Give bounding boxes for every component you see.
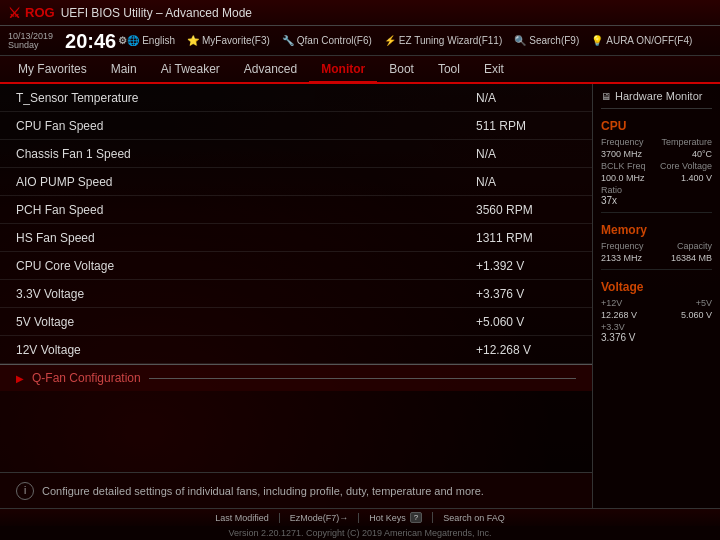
nav-ai-tweaker[interactable]: Ai Tweaker [149,56,232,84]
monitor-table: T_Sensor Temperature N/A CPU Fan Speed 5… [0,84,592,472]
info-bar: 10/13/2019 Sunday 20:46 ⚙ 🌐 English ⭐ My… [0,26,720,56]
content-area: T_Sensor Temperature N/A CPU Fan Speed 5… [0,84,720,508]
nav-main[interactable]: Main [99,56,149,84]
table-row[interactable]: T_Sensor Temperature N/A [0,84,592,112]
my-favorite-label: MyFavorite(F3) [202,35,270,46]
table-row[interactable]: AIO PUMP Speed N/A [0,168,592,196]
date-bottom: Sunday [8,41,53,50]
row-label: CPU Fan Speed [16,119,476,133]
hw-bclk-label: BCLK Freq [601,161,646,171]
ez-tuning-label: EZ Tuning Wizard(F11) [399,35,502,46]
hw-bclk-value-row: 100.0 MHz 1.400 V [601,173,712,183]
bios-title: UEFI BIOS Utility – Advanced Mode [61,6,252,20]
row-value: 3560 RPM [476,203,576,217]
table-row[interactable]: PCH Fan Speed 3560 RPM [0,196,592,224]
star-icon: ⭐ [187,35,199,46]
qfan-configuration[interactable]: ▶ Q-Fan Configuration [0,364,592,391]
hw-cpu-temp-value: 40°C [692,149,712,159]
globe-icon: 🌐 [127,35,139,46]
hw-cpu-freq-value: 3700 MHz [601,149,642,159]
row-label: 12V Voltage [16,343,476,357]
search-faq-button[interactable]: Search on FAQ [433,513,515,523]
table-row[interactable]: 5V Voltage +5.060 V [0,308,592,336]
hw-v5-value: 5.060 V [681,310,712,320]
status-items: Last Modified EzMode(F7)→ Hot Keys ? Sea… [205,512,515,523]
my-favorite-button[interactable]: ⭐ MyFavorite(F3) [187,35,270,46]
hw-mem-freq-row: Frequency Capacity [601,241,712,251]
row-value: N/A [476,91,576,105]
ez-tuning-button[interactable]: ⚡ EZ Tuning Wizard(F11) [384,35,502,46]
hw-ratio-value: 37x [601,195,712,206]
row-value: +1.392 V [476,259,576,273]
table-row[interactable]: Chassis Fan 1 Speed N/A [0,140,592,168]
hw-v33-value: 3.376 V [601,332,712,343]
language-selector[interactable]: 🌐 English [127,35,175,46]
hw-cpu-freq-value-row: 3700 MHz 40°C [601,149,712,159]
table-row[interactable]: CPU Core Voltage +1.392 V [0,252,592,280]
info-description: Configure detailed settings of individua… [42,485,484,497]
row-value: +3.376 V [476,287,576,301]
hot-keys-item[interactable]: Hot Keys ? [359,512,433,523]
nav-monitor[interactable]: Monitor [309,56,377,84]
hw-voltage-title: Voltage [601,280,712,294]
hardware-monitor-panel: 🖥 Hardware Monitor CPU Frequency Tempera… [592,84,720,508]
row-label: HS Fan Speed [16,231,476,245]
search-faq-label: Search on FAQ [443,513,505,523]
row-value: +5.060 V [476,315,576,329]
fan-icon: 🔧 [282,35,294,46]
search-label: Search(F9) [529,35,579,46]
hw-mem-values-row: 2133 MHz 16384 MB [601,253,712,263]
hw-cpu-freq-label: Frequency [601,137,644,147]
row-label: PCH Fan Speed [16,203,476,217]
ezmode-button[interactable]: EzMode(F7)→ [280,513,360,523]
nav-my-favorites[interactable]: My Favorites [6,56,99,84]
nav-advanced[interactable]: Advanced [232,56,309,84]
table-row[interactable]: 3.3V Voltage +3.376 V [0,280,592,308]
hw-mem-freq-label: Frequency [601,241,644,251]
aura-icon: 💡 [591,35,603,46]
table-row[interactable]: CPU Fan Speed 511 RPM [0,112,592,140]
row-label: AIO PUMP Speed [16,175,476,189]
hw-memory-title: Memory [601,223,712,237]
row-value: 1311 RPM [476,231,576,245]
nav-bar: My Favorites Main Ai Tweaker Advanced Mo… [0,56,720,84]
row-value: N/A [476,175,576,189]
qfan-expand-icon: ▶ [16,373,24,384]
hw-mem-cap-value: 16384 MB [671,253,712,263]
nav-tool[interactable]: Tool [426,56,472,84]
hw-mem-cap-label: Capacity [677,241,712,251]
nav-exit[interactable]: Exit [472,56,516,84]
hw-divider-2 [601,269,712,270]
table-row[interactable]: HS Fan Speed 1311 RPM [0,224,592,252]
last-modified-label: Last Modified [215,513,269,523]
title-bar: ⚔ ROG UEFI BIOS Utility – Advanced Mode [0,0,720,26]
aura-button[interactable]: 💡 AURA ON/OFF(F4) [591,35,692,46]
main-panel: T_Sensor Temperature N/A CPU Fan Speed 5… [0,84,592,508]
search-button[interactable]: 🔍 Search(F9) [514,35,579,46]
hw-v12-value-row: 12.268 V 5.060 V [601,310,712,320]
row-value: +12.268 V [476,343,576,357]
hw-cpu-title: CPU [601,119,712,133]
hw-v12-value: 12.268 V [601,310,637,320]
hw-title-text: Hardware Monitor [615,90,702,102]
time-display: 20:46 ⚙ [65,31,127,51]
hw-v12-row: +12V +5V [601,298,712,308]
search-icon: 🔍 [514,35,526,46]
info-footer: i Configure detailed settings of individ… [0,472,592,508]
time-value: 20:46 [65,31,116,51]
row-value: 511 RPM [476,119,576,133]
table-row[interactable]: 12V Voltage +12.268 V [0,336,592,364]
hardware-monitor-title: 🖥 Hardware Monitor [601,88,712,109]
hw-v12-label: +12V [601,298,622,308]
hw-bclk-row: BCLK Freq Core Voltage [601,161,712,171]
info-items-bar: 🌐 English ⭐ MyFavorite(F3) 🔧 Qfan Contro… [127,35,712,46]
row-value: N/A [476,147,576,161]
qfan-control-button[interactable]: 🔧 Qfan Control(F6) [282,35,372,46]
settings-gear-icon[interactable]: ⚙ [118,36,127,46]
row-label: Chassis Fan 1 Speed [16,147,476,161]
qfan-label: Q-Fan Configuration [32,371,141,385]
version-bar: Version 2.20.1271. Copyright (C) 2019 Am… [0,526,720,540]
logo-text: ROG [25,5,55,20]
row-label: CPU Core Voltage [16,259,476,273]
nav-boot[interactable]: Boot [377,56,426,84]
